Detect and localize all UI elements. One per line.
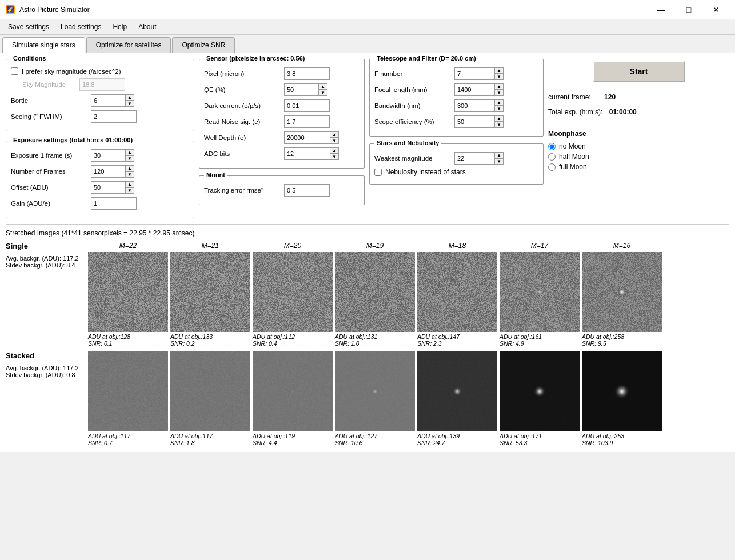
moonphase-title: Moonphase (548, 130, 589, 138)
single-col-6: M=16 ADU at obj.:258SNR: 9.5 (582, 242, 662, 347)
bortle-input[interactable] (91, 94, 125, 107)
stacked-caption-4: ADU at obj.:139SNR: 24.7 (417, 433, 497, 446)
nebulosity-label[interactable]: Nebulosity instead of stars (385, 168, 466, 176)
stars-title: Stars and Nebulosity (374, 139, 441, 146)
start-button[interactable]: Start (593, 61, 685, 82)
focal-length-label: Focal length (mm) (374, 86, 454, 93)
exposure1-input[interactable] (91, 149, 125, 162)
offset-input[interactable] (91, 181, 125, 194)
stacked-col-5: ADU at obj.:171SNR: 53.3 (500, 351, 580, 446)
focal-length-increment[interactable]: ▲ (494, 83, 504, 90)
f-number-increment[interactable]: ▲ (494, 67, 504, 74)
well-depth-spinner: ▲ ▼ (284, 131, 339, 144)
bandwidth-increment[interactable]: ▲ (494, 99, 504, 106)
pixel-input[interactable] (284, 67, 330, 80)
read-noise-input[interactable] (284, 115, 330, 128)
title-bar-left: 🌠 Astro Picture Simulator (6, 5, 90, 14)
minimize-button[interactable]: — (648, 1, 674, 18)
menu-help[interactable]: Help (107, 21, 133, 33)
scope-efficiency-increment[interactable]: ▲ (494, 115, 504, 122)
single-caption-0: ADU at obj.:128SNR: 0.1 (88, 333, 168, 347)
single-label: Single (6, 242, 86, 250)
qe-input[interactable] (284, 83, 318, 96)
num-frames-decrement[interactable]: ▼ (125, 171, 134, 178)
scope-efficiency-decrement[interactable]: ▼ (494, 122, 504, 128)
sky-magnitude-input[interactable] (79, 78, 125, 91)
menu-load-settings[interactable]: Load settings (55, 21, 107, 33)
bortle-decrement[interactable]: ▼ (125, 101, 134, 107)
mag-label-4: M=18 (449, 242, 466, 250)
mag-label-5: M=17 (531, 242, 548, 250)
telescope-title: Telescope and Filter (D= 20.0 cm) (374, 55, 478, 62)
sky-magnitude-checkbox[interactable] (11, 67, 18, 75)
bandwidth-decrement[interactable]: ▼ (494, 106, 504, 112)
weakest-mag-decrement[interactable]: ▼ (494, 158, 504, 165)
focal-length-input[interactable] (454, 83, 494, 96)
single-caption-4: ADU at obj.:147SNR: 2.3 (417, 333, 497, 347)
adc-bits-label: ADC bits (204, 150, 284, 157)
adc-bits-increment[interactable]: ▲ (330, 147, 339, 154)
sky-magnitude-checkbox-label[interactable]: I prefer sky magnitude (/arcsec^2) (22, 68, 121, 75)
no-moon-radio[interactable] (548, 143, 556, 150)
focal-length-decrement[interactable]: ▼ (494, 90, 504, 96)
stacked-image-5 (500, 351, 580, 431)
no-moon-row: no Moon (548, 142, 589, 150)
adc-bits-input[interactable] (284, 147, 330, 160)
single-image-3 (335, 252, 415, 332)
total-exp-value: 01:00:00 (609, 108, 637, 116)
no-moon-label[interactable]: no Moon (559, 142, 586, 150)
stacked-col-3: ADU at obj.:127SNR: 10.6 (335, 351, 415, 446)
tracking-input[interactable] (284, 184, 330, 197)
weakest-mag-increment[interactable]: ▲ (494, 152, 504, 158)
mag-label-2: M=20 (284, 242, 301, 250)
stacked-caption-0: ADU at obj.:117SNR: 0.7 (88, 433, 168, 446)
single-images: M=22 ADU at obj.:128SNR: 0.1 M=21 ADU at… (88, 242, 662, 347)
maximize-button[interactable]: □ (676, 1, 702, 18)
f-number-input[interactable] (454, 67, 494, 80)
f-number-spinner: ▲ ▼ (454, 67, 504, 80)
well-depth-increment[interactable]: ▲ (330, 131, 339, 138)
offset-label: Offset (ADU) (11, 184, 91, 191)
num-frames-input[interactable] (91, 165, 125, 178)
half-moon-label[interactable]: half Moon (559, 153, 589, 161)
bortle-increment[interactable]: ▲ (125, 94, 134, 101)
menu-bar: Save settings Load settings Help About (0, 19, 735, 35)
tab-simulate-single-stars[interactable]: Simulate single stars (2, 37, 85, 53)
full-moon-label[interactable]: full Moon (559, 163, 587, 171)
stacked-image-1 (170, 351, 250, 431)
f-number-decrement[interactable]: ▼ (494, 74, 504, 80)
scope-efficiency-input[interactable] (454, 115, 494, 128)
stacked-caption-3: ADU at obj.:127SNR: 10.6 (335, 433, 415, 446)
bandwidth-input[interactable] (454, 99, 494, 112)
stacked-col-0: ADU at obj.:117SNR: 0.7 (88, 351, 168, 446)
half-moon-radio[interactable] (548, 153, 556, 161)
menu-about[interactable]: About (133, 21, 162, 33)
well-depth-input[interactable] (284, 131, 330, 144)
adc-bits-decrement[interactable]: ▼ (330, 154, 339, 160)
tracking-label: Tracking error rmse" (204, 187, 284, 194)
full-moon-radio[interactable] (548, 163, 556, 171)
weakest-mag-input[interactable] (454, 152, 494, 165)
single-col-2: M=20 ADU at obj.:112SNR: 0.4 (253, 242, 333, 347)
stacked-image-4 (417, 351, 497, 431)
exposure1-decrement[interactable]: ▼ (125, 155, 134, 162)
tab-optimize-snr[interactable]: Optimize SNR (172, 37, 235, 53)
seeing-input[interactable] (91, 110, 137, 123)
tab-optimize-satellites[interactable]: Optimize for satellites (86, 37, 171, 53)
single-col-0: M=22 ADU at obj.:128SNR: 0.1 (88, 242, 168, 347)
stacked-image-6 (582, 351, 662, 431)
num-frames-increment[interactable]: ▲ (125, 165, 134, 171)
adc-bits-spinner: ▲ ▼ (284, 147, 339, 160)
nebulosity-checkbox[interactable] (374, 169, 382, 176)
qe-decrement[interactable]: ▼ (318, 90, 327, 96)
dark-current-input[interactable] (284, 99, 330, 112)
menu-save-settings[interactable]: Save settings (2, 21, 55, 33)
offset-increment[interactable]: ▲ (125, 181, 134, 187)
well-depth-decrement[interactable]: ▼ (330, 138, 339, 144)
exposure1-increment[interactable]: ▲ (125, 149, 134, 155)
offset-decrement[interactable]: ▼ (125, 187, 134, 194)
close-button[interactable]: ✕ (703, 1, 729, 18)
exposure-title: Exposure settings (total h:m:s 01:00:00) (11, 137, 135, 143)
gain-input[interactable] (91, 197, 137, 210)
qe-increment[interactable]: ▲ (318, 83, 327, 90)
